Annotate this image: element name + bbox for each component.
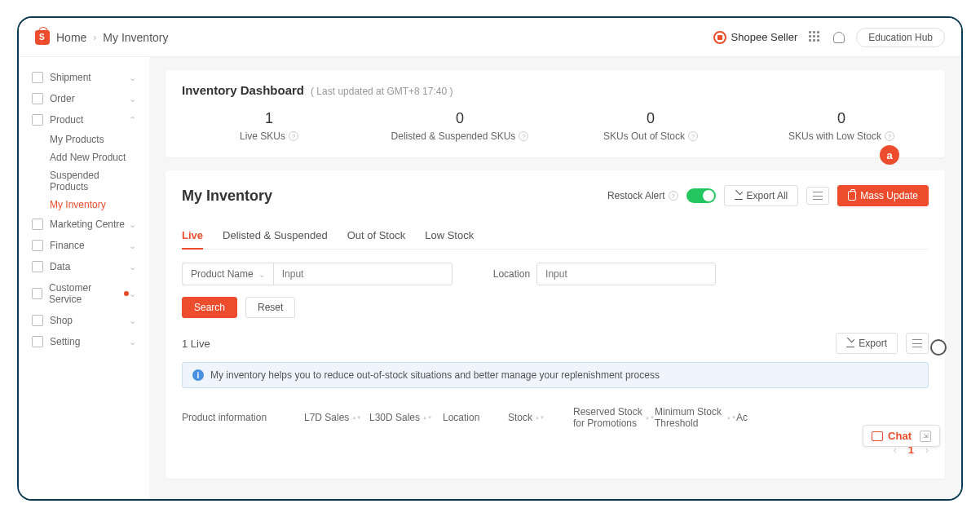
tab-live[interactable]: Live	[182, 223, 203, 250]
export-all-button[interactable]: Export All	[724, 185, 799, 206]
sort-icon: ▲▼	[726, 416, 736, 419]
sidebar-sub-add-new-product[interactable]: Add New Product	[19, 148, 149, 166]
breadcrumb-home[interactable]: Home	[56, 31, 86, 44]
chevron-down-icon: ⌄	[129, 337, 136, 347]
education-hub-button[interactable]: Education Hub	[856, 28, 945, 47]
help-icon[interactable]: ?	[885, 131, 894, 141]
chevron-down-icon: ⌄	[129, 289, 136, 299]
stat-delisted-skus[interactable]: 0 Delisted & Suspended SKUs?	[364, 110, 555, 143]
finance-icon	[32, 240, 43, 251]
sidebar-sub-my-inventory[interactable]: My Inventory	[19, 196, 149, 214]
sort-icon: ▲▼	[645, 416, 655, 419]
product-name-input[interactable]	[273, 263, 452, 285]
col-product-info[interactable]: Product information	[182, 406, 304, 429]
sidebar-sub-my-products[interactable]: My Products	[19, 130, 149, 148]
stat-out-of-stock-skus[interactable]: 0 SKUs Out of Stock?	[555, 110, 746, 143]
sidebar-item-marketing[interactable]: Marketing Centre⌄	[19, 214, 149, 235]
sidebar-item-customer-service[interactable]: Customer Service⌄	[19, 277, 149, 310]
col-action[interactable]: Ac	[736, 406, 761, 429]
chevron-down-icon: ⌄	[129, 219, 136, 230]
mass-update-button[interactable]: Mass Update	[837, 185, 929, 206]
apps-grid-icon[interactable]	[809, 31, 822, 44]
chevron-down-icon[interactable]: ⌄	[258, 270, 265, 279]
chevron-down-icon: ⌄	[129, 241, 136, 251]
chevron-right-icon: ›	[93, 32, 96, 43]
list-view-button[interactable]	[806, 187, 829, 205]
chevron-down-icon: ⌄	[129, 94, 136, 104]
tab-delisted[interactable]: Delisted & Suspended	[223, 223, 328, 249]
result-count: 1 Live	[182, 338, 210, 350]
shopee-logo-icon: S	[35, 30, 50, 45]
chevron-down-icon: ⌄	[129, 316, 136, 326]
sidebar-item-setting[interactable]: Setting⌄	[19, 331, 149, 352]
columns-button[interactable]	[906, 333, 929, 354]
sidebar-item-finance[interactable]: Finance⌄	[19, 235, 149, 256]
chat-icon	[872, 431, 883, 441]
help-icon[interactable]: ?	[688, 131, 698, 141]
download-icon	[735, 192, 743, 200]
restock-alert-toggle[interactable]	[686, 188, 716, 203]
shipment-icon	[32, 72, 43, 83]
customer-service-icon	[32, 288, 42, 299]
tab-low-stock[interactable]: Low Stock	[425, 223, 474, 249]
list-icon	[813, 192, 823, 200]
chevron-down-icon: ⌄	[129, 73, 136, 83]
restock-alert-label: Restock Alert ?	[607, 190, 678, 201]
shop-icon	[32, 315, 43, 326]
order-icon	[32, 93, 43, 104]
search-button[interactable]: Search	[182, 297, 237, 318]
filter-product-name: Product Name⌄	[182, 263, 452, 285]
reset-button[interactable]: Reset	[245, 297, 295, 318]
sort-icon: ▲▼	[535, 416, 545, 419]
sidebar-item-data[interactable]: Data⌄	[19, 256, 149, 277]
shopee-seller-icon	[713, 31, 726, 44]
tab-out-of-stock[interactable]: Out of Stock	[347, 223, 406, 249]
data-icon	[32, 261, 43, 272]
chevron-up-icon: ⌃	[129, 115, 136, 126]
chat-widget[interactable]: Chat ⇲	[863, 425, 940, 447]
seller-badge[interactable]: Shopee Seller	[713, 31, 798, 44]
breadcrumb: Home › My Inventory	[56, 31, 169, 44]
chevron-down-icon: ⌄	[129, 262, 136, 272]
bell-icon[interactable]	[833, 32, 845, 43]
stat-low-stock-skus[interactable]: 0 SKUs with Low Stock?	[746, 110, 937, 143]
export-button[interactable]: Export	[836, 333, 898, 354]
sort-icon: ▲▼	[422, 416, 432, 419]
sidebar-item-shop[interactable]: Shop⌄	[19, 310, 149, 331]
table-header: Product information L7D Sales▲▼ L30D Sal…	[182, 400, 929, 435]
header: S Home › My Inventory Shopee Seller Educ…	[19, 18, 961, 57]
location-input[interactable]	[536, 263, 716, 285]
inventory-tabs: Live Delisted & Suspended Out of Stock L…	[182, 223, 929, 250]
col-min-stock-threshold[interactable]: Minimum Stock Threshold▲▼	[655, 406, 736, 429]
download-icon	[846, 339, 854, 347]
sort-icon: ▲▼	[351, 416, 361, 419]
clipboard-icon	[848, 191, 856, 201]
sidebar-item-product[interactable]: Product⌃	[19, 109, 149, 130]
main-content: Inventory Dashboard ( Last updated at GM…	[149, 57, 961, 499]
dashboard-title: Inventory Dashboard	[182, 83, 304, 97]
my-inventory-title: My Inventory	[182, 188, 272, 205]
help-icon[interactable]: ?	[519, 131, 528, 141]
inventory-dashboard-card: Inventory Dashboard ( Last updated at GM…	[166, 70, 945, 157]
col-location[interactable]: Location	[443, 406, 508, 429]
help-icon[interactable]: ?	[669, 191, 678, 201]
col-reserved-stock[interactable]: Reserved Stock for Promotions▲▼	[573, 406, 655, 429]
info-icon: i	[192, 369, 204, 381]
sidebar-sub-suspended-products[interactable]: Suspended Products	[19, 166, 149, 196]
cursor-icon	[930, 339, 947, 356]
col-l7d-sales[interactable]: L7D Sales▲▼	[304, 406, 369, 429]
dashboard-updated: ( Last updated at GMT+8 17:40 )	[311, 86, 452, 97]
sidebar-item-shipment[interactable]: Shipment⌄	[19, 67, 149, 88]
col-stock[interactable]: Stock▲▼	[508, 406, 573, 429]
sidebar: Shipment⌄ Order⌄ Product⌃ My Products Ad…	[19, 57, 149, 499]
breadcrumb-current: My Inventory	[103, 31, 168, 44]
gear-icon	[32, 336, 43, 347]
sidebar-item-order[interactable]: Order⌄	[19, 88, 149, 109]
stat-live-skus[interactable]: 1 Live SKUs?	[174, 110, 364, 143]
help-icon[interactable]: ?	[289, 131, 298, 141]
collapse-icon[interactable]: ⇲	[920, 431, 931, 442]
col-l30d-sales[interactable]: L30D Sales▲▼	[369, 406, 443, 429]
my-inventory-card: My Inventory Restock Alert ? Export All …	[166, 170, 945, 479]
annotation-a: a	[880, 145, 899, 165]
filter-location: Location	[485, 263, 716, 285]
